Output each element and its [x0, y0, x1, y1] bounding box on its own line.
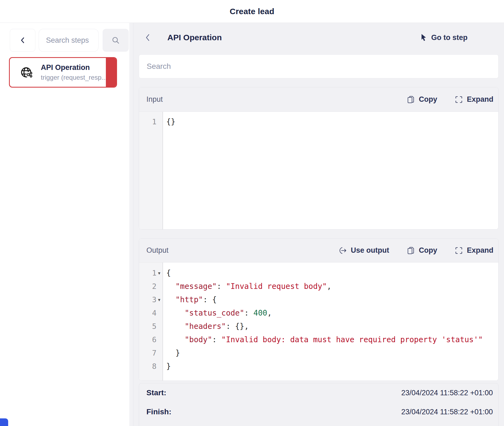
input-section-label: Input [146, 95, 163, 104]
code-line: 2 "message": "Invalid request body", [139, 280, 498, 293]
fold-toggle-icon[interactable]: ▾ [156, 270, 162, 276]
code-text: { [163, 268, 171, 277]
code-token [166, 308, 185, 317]
copy-icon [407, 246, 415, 255]
code-token: "body" [185, 335, 212, 344]
code-token: : [217, 282, 226, 291]
gutter-cell: 3▾ [139, 295, 163, 304]
code-token: , [267, 308, 272, 317]
step-card-body: API Operation trigger (request_resp... [10, 58, 106, 87]
cursor-pointer-icon [420, 33, 427, 42]
chevron-left-icon [145, 33, 150, 42]
code-text: "status_code": 400, [163, 308, 272, 317]
step-card-title: API Operation [41, 63, 106, 72]
code-text: {} [163, 117, 176, 126]
panel-header: API Operation Go to step [139, 29, 499, 46]
code-token: "Invalid body: data must have required p… [221, 335, 483, 344]
go-to-step-button[interactable]: Go to step [420, 33, 468, 42]
code-line: 3▾ "http": { [139, 293, 498, 306]
gutter-cell: 4 [139, 309, 163, 317]
panel-back-button[interactable] [145, 33, 150, 42]
sidebar-search-button[interactable] [103, 29, 129, 52]
line-number: 3 [152, 295, 156, 304]
code-text: "body": "Invalid body: data must have re… [163, 335, 483, 344]
gutter-cell: 8 [139, 362, 163, 371]
code-text: "message": "Invalid request body", [163, 282, 331, 291]
gutter-cell: 6 [139, 335, 163, 344]
output-code-editor[interactable]: 1▾{2 "message": "Invalid request body",3… [139, 263, 498, 381]
input-section-actions: Copy Expand [407, 95, 493, 104]
copy-label: Copy [419, 95, 437, 104]
line-number: 6 [152, 335, 156, 344]
code-token: { [166, 268, 171, 277]
gutter-cell: 2 [139, 282, 163, 291]
expand-icon [455, 96, 463, 103]
copy-output-button[interactable]: Copy [407, 246, 437, 255]
line-number: 4 [152, 309, 156, 317]
chevron-left-icon [20, 36, 26, 44]
copy-input-button[interactable]: Copy [407, 95, 437, 104]
expand-icon [455, 247, 463, 254]
info-label: Finish: [146, 408, 171, 416]
info-value: 23/04/2024 11:58:22 +01:00 [401, 408, 493, 416]
sidebar-back-button[interactable] [10, 29, 35, 52]
code-line: 7 } [139, 346, 498, 360]
code-token [166, 295, 176, 304]
log-search-input[interactable] [139, 54, 499, 78]
code-token: {} [166, 117, 176, 126]
gutter-cell: 7 [139, 349, 163, 357]
copy-label: Copy [419, 246, 437, 255]
gutter-cell: 1▾ [139, 269, 163, 277]
bottom-left-blue-button-fragment[interactable] [0, 418, 8, 426]
line-number: 5 [152, 322, 156, 331]
run-info-row: Finish:23/04/2024 11:58:22 +01:00 [146, 402, 493, 421]
code-token: "message" [176, 282, 217, 291]
code-token: : { [203, 295, 217, 304]
code-token: 400 [253, 308, 267, 317]
code-token: , [327, 282, 331, 291]
panel-title: API Operation [167, 33, 222, 42]
input-section-header: Input Copy Expand [139, 87, 498, 112]
input-section: Input Copy Expand 1 [139, 87, 499, 230]
expand-label: Expand [467, 95, 493, 104]
copy-icon [407, 95, 415, 104]
code-line: 6 "body": "Invalid body: data must have … [139, 333, 498, 346]
output-section: Output Use output Copy [139, 238, 499, 381]
topbar: Create lead [0, 0, 504, 23]
sidebar-search-input[interactable] [39, 29, 99, 52]
code-token: } [166, 362, 171, 371]
output-section-label: Output [146, 246, 168, 255]
sidebar: API Operation trigger (request_resp... [0, 23, 133, 426]
code-line: 1▾{ [139, 266, 498, 280]
code-token: "Invalid request body" [226, 282, 327, 291]
run-info-panel: Start:23/04/2024 11:58:22 +01:00Finish:2… [139, 383, 499, 426]
line-number: 1 [152, 118, 156, 126]
code-token: "headers" [185, 322, 226, 331]
expand-output-button[interactable]: Expand [455, 246, 493, 255]
step-card-status-strip [106, 58, 116, 87]
run-info-row: Start:23/04/2024 11:58:22 +01:00 [146, 383, 493, 402]
code-line: 8} [139, 360, 498, 373]
code-line: 1{} [139, 115, 498, 128]
step-card-api-operation[interactable]: API Operation trigger (request_resp... [9, 57, 117, 88]
code-token [166, 335, 185, 344]
expand-input-button[interactable]: Expand [455, 95, 493, 104]
go-to-step-label: Go to step [431, 33, 468, 42]
globe-api-icon [20, 66, 33, 79]
fold-toggle-icon[interactable]: ▾ [156, 297, 162, 302]
gutter-cell: 5 [139, 322, 163, 331]
code-text: } [163, 362, 171, 371]
code-token: : [244, 308, 254, 317]
info-label: Start: [146, 388, 166, 397]
code-token: "status_code" [185, 308, 244, 317]
code-token: : [212, 335, 222, 344]
sidebar-scrollbar-track[interactable] [129, 23, 133, 426]
code-text: "http": { [163, 295, 217, 304]
code-token: } [166, 348, 180, 357]
input-code-editor[interactable]: 1{} [139, 112, 498, 229]
output-section-header: Output Use output Copy [139, 239, 498, 263]
code-token: "http" [176, 295, 203, 304]
code-text: } [163, 348, 180, 357]
use-output-label: Use output [351, 246, 389, 255]
use-output-button[interactable]: Use output [339, 246, 389, 255]
